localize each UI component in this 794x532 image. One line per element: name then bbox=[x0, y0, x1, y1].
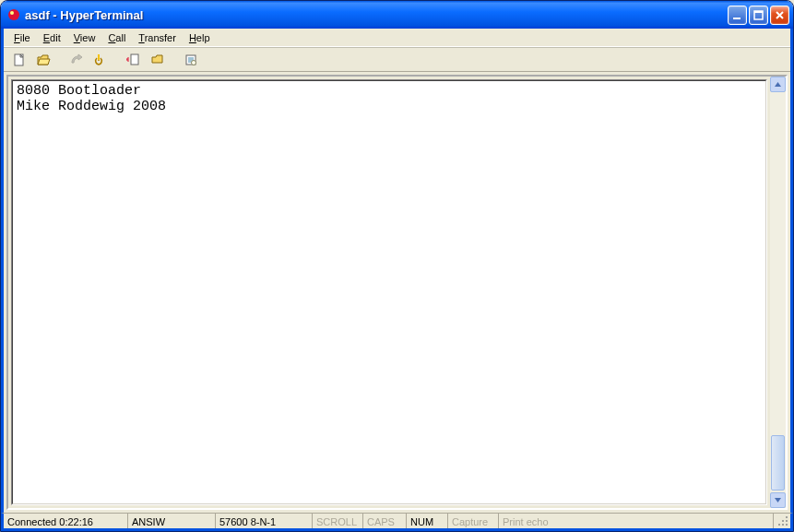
receive-button[interactable] bbox=[148, 50, 168, 70]
window-title: asdf - HyperTerminal bbox=[25, 8, 143, 22]
connect-button[interactable] bbox=[66, 50, 87, 70]
close-button[interactable] bbox=[770, 6, 789, 25]
disconnect-icon bbox=[93, 53, 108, 67]
svg-rect-7 bbox=[131, 54, 138, 65]
menu-help[interactable]: Help bbox=[183, 31, 217, 44]
minimize-button[interactable] bbox=[728, 6, 747, 25]
status-capture: Capture bbox=[448, 514, 499, 528]
menu-transfer[interactable]: Transfer bbox=[132, 31, 183, 44]
svg-point-9 bbox=[192, 60, 196, 65]
vertical-scrollbar[interactable] bbox=[770, 77, 786, 508]
application-window: asdf - HyperTerminal File Edit View Call… bbox=[0, 0, 794, 532]
terminal-container: 8080 Bootloader Mike Roddewig 2008 bbox=[6, 75, 788, 510]
status-scroll: SCROLL bbox=[313, 514, 363, 528]
status-port: 57600 8-N-1 bbox=[216, 514, 313, 528]
send-icon bbox=[126, 53, 141, 67]
menubar: File Edit View Call Transfer Help bbox=[4, 29, 790, 47]
scroll-track[interactable] bbox=[770, 92, 786, 492]
connect-icon bbox=[69, 53, 84, 67]
svg-point-14 bbox=[782, 520, 784, 522]
new-button[interactable] bbox=[9, 50, 30, 70]
terminal-output[interactable]: 8080 Bootloader Mike Roddewig 2008 bbox=[12, 80, 766, 504]
svg-point-15 bbox=[786, 516, 788, 518]
status-printecho: Print echo bbox=[499, 514, 774, 528]
titlebar[interactable]: asdf - HyperTerminal bbox=[1, 1, 793, 29]
svg-point-1 bbox=[10, 11, 14, 15]
send-button[interactable] bbox=[124, 50, 144, 70]
svg-rect-2 bbox=[733, 18, 741, 19]
status-emulation: ANSIW bbox=[128, 514, 216, 528]
toolbar bbox=[4, 47, 790, 72]
menu-call[interactable]: Call bbox=[101, 31, 132, 44]
svg-rect-6 bbox=[98, 54, 100, 60]
open-button[interactable] bbox=[33, 50, 53, 70]
status-num: NUM bbox=[407, 514, 448, 528]
svg-rect-4 bbox=[754, 11, 763, 13]
resize-grip[interactable] bbox=[774, 514, 790, 528]
receive-icon bbox=[150, 53, 165, 67]
client-area: File Edit View Call Transfer Help bbox=[1, 29, 793, 513]
statusbar: Connected 0:22:16 ANSIW 57600 8-N-1 SCRO… bbox=[1, 513, 793, 531]
scroll-down-button[interactable] bbox=[770, 492, 786, 508]
scroll-up-button[interactable] bbox=[770, 77, 786, 92]
app-icon bbox=[6, 7, 21, 22]
menu-file[interactable]: File bbox=[7, 31, 37, 44]
svg-point-11 bbox=[782, 524, 784, 526]
status-connected: Connected 0:22:16 bbox=[4, 514, 128, 528]
svg-point-10 bbox=[786, 524, 788, 526]
scroll-thumb[interactable] bbox=[771, 435, 785, 491]
menu-edit[interactable]: Edit bbox=[37, 31, 67, 44]
maximize-button[interactable] bbox=[749, 6, 768, 25]
menu-view[interactable]: View bbox=[67, 31, 102, 44]
new-file-icon bbox=[12, 53, 27, 67]
status-caps: CAPS bbox=[363, 514, 407, 528]
svg-point-12 bbox=[786, 520, 788, 522]
svg-point-13 bbox=[778, 524, 780, 526]
svg-point-0 bbox=[8, 9, 19, 20]
properties-icon bbox=[184, 53, 198, 67]
open-file-icon bbox=[36, 53, 51, 67]
disconnect-button[interactable] bbox=[90, 50, 111, 70]
properties-button[interactable] bbox=[181, 50, 201, 70]
